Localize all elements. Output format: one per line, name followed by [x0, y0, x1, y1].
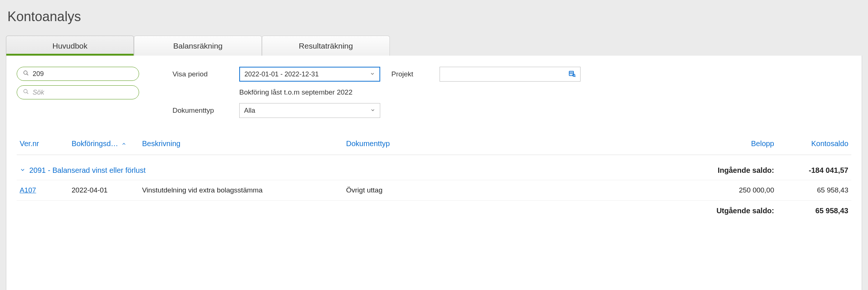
search-icon	[23, 89, 29, 96]
svg-line-1	[27, 74, 28, 75]
svg-line-8	[575, 76, 575, 77]
col-amount[interactable]: Belopp	[457, 139, 774, 148]
svg-line-3	[27, 92, 28, 94]
period-value: 2022-01-01 - 2022-12-31	[244, 70, 319, 78]
chevron-down-icon	[370, 107, 375, 115]
incoming-balance-value: -184 041,57	[774, 166, 848, 175]
account-group-title: 2091 - Balanserad vinst eller förlust	[29, 166, 146, 175]
account-search-wrapper[interactable]	[17, 67, 139, 81]
filter-bar: Visa period 2022-01-01 - 2022-12-31 Proj…	[17, 67, 851, 118]
col-desc[interactable]: Beskrivning	[142, 139, 346, 148]
row-date: 2022-04-01	[72, 186, 142, 194]
period-label: Visa period	[172, 70, 228, 78]
tab-resultatrakning[interactable]: Resultaträkning	[262, 36, 390, 56]
sort-asc-icon	[121, 140, 126, 148]
outgoing-balance-value: 65 958,43	[774, 207, 848, 215]
account-search-input[interactable]	[33, 70, 133, 78]
col-doctype[interactable]: Dokumenttyp	[346, 139, 457, 148]
table-row: A107 2022-04-01 Vinstutdelning vid extra…	[17, 180, 851, 201]
account-group-row: 2091 - Balanserad vinst eller förlust In…	[17, 155, 851, 180]
row-amount: 250 000,00	[457, 186, 774, 194]
col-ver[interactable]: Ver.nr	[20, 139, 72, 148]
row-doctype: Övrigt uttag	[346, 186, 457, 194]
doctype-select[interactable]: Alla	[239, 103, 380, 118]
row-desc: Vinstutdelning vid extra bolagsstämma	[142, 186, 346, 194]
incoming-balance-label: Ingående saldo:	[457, 166, 774, 175]
project-lookup-icon	[568, 70, 576, 79]
col-date-label: Bokföringsd…	[72, 139, 118, 148]
doctype-label: Dokumenttyp	[172, 106, 228, 115]
tab-bar: Huvudbok Balansräkning Resultaträkning	[6, 36, 862, 56]
account-group-outgoing: Utgående saldo: 65 958,43	[17, 201, 851, 219]
chevron-down-icon	[20, 166, 26, 175]
text-search-wrapper[interactable]	[17, 85, 139, 99]
page-title: Kontoanalys	[7, 9, 862, 24]
voucher-link[interactable]: A107	[20, 186, 36, 194]
main-panel: Visa period 2022-01-01 - 2022-12-31 Proj…	[6, 56, 862, 290]
col-balance[interactable]: Kontosaldo	[774, 139, 848, 148]
svg-point-0	[24, 71, 27, 74]
tab-balansrakning[interactable]: Balansräkning	[134, 36, 262, 56]
table-header: Ver.nr Bokföringsd… Beskrivning Dokument…	[17, 136, 851, 155]
project-select[interactable]	[440, 67, 581, 82]
row-balance: 65 958,43	[774, 186, 848, 194]
text-search-input[interactable]	[33, 89, 133, 96]
period-select[interactable]: 2022-01-01 - 2022-12-31	[239, 67, 380, 82]
col-date[interactable]: Bokföringsd…	[72, 139, 142, 148]
search-icon	[23, 70, 29, 78]
tab-huvudbok[interactable]: Huvudbok	[6, 36, 134, 56]
doctype-value: Alla	[244, 107, 255, 115]
svg-point-2	[24, 89, 27, 93]
account-group-toggle[interactable]: 2091 - Balanserad vinst eller förlust	[20, 166, 457, 175]
chevron-down-icon	[370, 70, 375, 78]
ledger-table: Ver.nr Bokföringsd… Beskrivning Dokument…	[17, 136, 851, 219]
project-label: Projekt	[391, 70, 428, 78]
outgoing-balance-label: Utgående saldo:	[457, 207, 774, 215]
locked-note: Bokföring låst t.o.m september 2022	[239, 88, 581, 96]
